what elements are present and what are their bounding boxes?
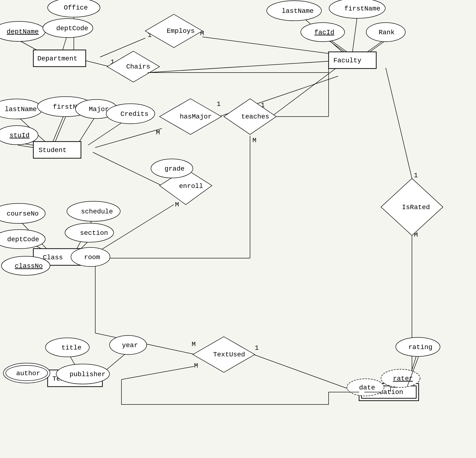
cardinality-enroll-m2: M <box>175 201 179 208</box>
relationship-textused-label: TextUsed <box>213 351 245 358</box>
line-textused-eval <box>254 355 362 394</box>
attribute-author-label: author <box>16 370 40 377</box>
attribute-deptcode-cls-label: deptCode <box>7 236 39 243</box>
relationship-employs-label: Employs <box>167 27 195 35</box>
relationship-enroll-label: enroll <box>179 183 203 190</box>
relationship-teaches-label: teaches <box>241 113 269 120</box>
attribute-publisher-label: publisher <box>69 371 105 378</box>
entity-student-label: Student <box>39 147 67 154</box>
attribute-lastname-fac-label: lastName <box>282 7 314 15</box>
relationship-hasmajor-label: hasMajor <box>180 113 212 120</box>
attribute-rater-label: rater <box>393 375 413 382</box>
line-stu-credits <box>88 121 124 145</box>
attribute-title-label: title <box>61 344 81 351</box>
attribute-room-label: room <box>84 254 100 261</box>
line-fac-facid2 <box>331 41 348 52</box>
line-textbook-eval-path <box>121 380 359 404</box>
line-stu-firstname1 <box>52 114 64 143</box>
attribute-classno-label: classNo <box>15 262 43 270</box>
cardinality-hasmajor-1: 1 <box>217 100 221 108</box>
attribute-grade-label: grade <box>165 165 185 173</box>
cardinality-textused-m1: M <box>192 341 196 348</box>
cardinality-textused-m2: M <box>194 362 198 369</box>
entity-faculty-label: Faculty <box>333 57 361 64</box>
cardinality-teaches-m: M <box>252 137 256 144</box>
line-stu-hasmajor <box>95 128 162 148</box>
relationship-israted-label: IsRated <box>402 204 430 211</box>
attribute-courseno-label: courseNo <box>7 210 39 217</box>
attribute-schedule-label: schedule <box>81 208 113 215</box>
attribute-facid-label: facId <box>314 29 334 36</box>
er-diagram: 1 M 1 1 1 M 1 M M M M M 1 1 M Employs Ch… <box>0 0 476 458</box>
cardinality-textused-1: 1 <box>255 344 259 352</box>
line-stu-firstname2 <box>55 114 67 143</box>
line-fac-rank1 <box>367 41 383 52</box>
attribute-date-label: date <box>359 384 375 391</box>
cardinality-israted-1: 1 <box>414 172 418 179</box>
line-fac-chairs <box>148 61 338 73</box>
line-fac-israted <box>386 68 412 178</box>
line-fac-firstname <box>352 17 357 52</box>
line-fac-facid1 <box>329 41 345 52</box>
line-tb-year <box>105 352 128 371</box>
attribute-stuid-label: stuId <box>9 132 30 139</box>
attribute-deptname-label: deptName <box>7 28 39 35</box>
attribute-year-label: year <box>122 342 138 349</box>
line-dept-chairs <box>86 61 110 67</box>
attribute-credits-label: Credits <box>120 110 149 118</box>
cardinality-hasmajor-m: M <box>156 129 160 136</box>
line-stu-major <box>79 117 95 143</box>
attribute-rating-label: rating <box>408 343 433 351</box>
line-tb-textused <box>121 366 194 380</box>
line-fac-rank2 <box>369 41 386 52</box>
attribute-rank-label: Rank <box>379 29 395 36</box>
attribute-major-label: Major <box>89 106 109 113</box>
line-chairs-fac-connect <box>148 67 329 73</box>
attribute-lastname-stu-label: lastName <box>5 106 37 113</box>
attribute-firstname-fac-label: firstName <box>344 5 380 12</box>
entity-department-label: Department <box>37 55 77 62</box>
attribute-office-label: Office <box>64 4 88 11</box>
attribute-deptcode-dept-label: deptCode <box>56 25 88 32</box>
relationship-chairs-label: Chairs <box>126 63 150 70</box>
line-fac-teaches <box>272 67 338 117</box>
entity-class-label: Class <box>43 254 63 261</box>
attribute-section-label: section <box>80 229 108 237</box>
